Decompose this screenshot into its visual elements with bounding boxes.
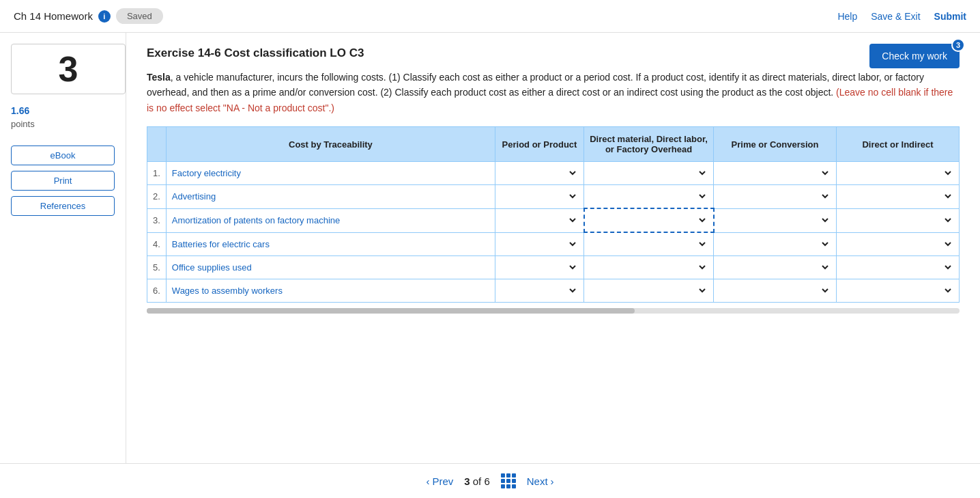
row-1-period-product-select[interactable]: Period Product bbox=[501, 166, 578, 180]
of-text: of bbox=[473, 475, 482, 487]
row-4-dm-dl-fo-select[interactable]: Direct Materials Direct Labor Factory Ov… bbox=[590, 237, 708, 251]
check-my-work-button[interactable]: Check my work 3 bbox=[869, 44, 960, 68]
row-5-name: Office supplies used bbox=[166, 256, 495, 279]
ebook-link[interactable]: eBook bbox=[11, 146, 115, 165]
exercise-title: Exercise 14-6 Cost classification LO C3 bbox=[147, 46, 960, 60]
main-layout: 3 1.66 points eBook Print References Che… bbox=[0, 33, 980, 497]
info-icon[interactable]: i bbox=[98, 10, 111, 23]
col-prime-conversion-header: Prime or Conversion bbox=[714, 127, 837, 162]
table-row: 5. Office supplies used Period Product bbox=[147, 256, 960, 279]
question-number: 3 bbox=[23, 51, 114, 87]
table-header-row: Cost by Traceability Period or Product D… bbox=[147, 127, 960, 162]
table-row: 4. Batteries for electric cars Period Pr… bbox=[147, 232, 960, 256]
row-3-dm-dl-fo-select[interactable]: Direct Materials Direct Labor Factory Ov… bbox=[590, 213, 708, 227]
col-dm-dl-fo-header: Direct material, Direct labor,or Factory… bbox=[584, 127, 714, 162]
row-4-name: Batteries for electric cars bbox=[166, 232, 495, 256]
row-6-num: 6. bbox=[147, 279, 167, 303]
row-5-period-product[interactable]: Period Product bbox=[495, 256, 584, 279]
prev-chevron-icon: ‹ bbox=[426, 475, 429, 487]
check-badge: 3 bbox=[951, 38, 965, 52]
row-3-direct-indirect[interactable]: Direct Indirect NA - Not a product cost bbox=[837, 208, 960, 232]
points-label: points bbox=[11, 119, 126, 129]
points-value: 1.66 bbox=[11, 105, 126, 116]
points-container: 1.66 points bbox=[11, 105, 126, 129]
row-5-direct-indirect-select[interactable]: Direct Indirect NA - Not a product cost bbox=[842, 260, 953, 275]
row-2-prime-conversion-select[interactable]: Prime Conversion Both NA - Not a product… bbox=[719, 189, 831, 204]
row-2-direct-indirect[interactable]: Direct Indirect NA - Not a product cost bbox=[837, 185, 960, 209]
row-3-period-product[interactable]: Period Product bbox=[495, 208, 584, 232]
row-2-num: 2. bbox=[147, 185, 167, 209]
save-exit-link[interactable]: Save & Exit bbox=[871, 11, 920, 22]
horizontal-scrollbar[interactable] bbox=[147, 308, 960, 314]
scrollbar-thumb[interactable] bbox=[147, 308, 635, 314]
page-title: Ch 14 Homework bbox=[14, 10, 93, 22]
row-2-dm-dl-fo-select[interactable]: Direct Materials Direct Labor Factory Ov… bbox=[590, 189, 708, 204]
row-2-direct-indirect-select[interactable]: Direct Indirect NA - Not a product cost bbox=[842, 189, 953, 204]
submit-link[interactable]: Submit bbox=[934, 11, 966, 22]
row-1-name: Factory electricity bbox=[166, 162, 495, 185]
row-6-period-product[interactable]: Period Product bbox=[495, 279, 584, 303]
row-6-prime-conversion[interactable]: Prime Conversion Both NA - Not a product… bbox=[714, 279, 837, 303]
row-1-direct-indirect-select[interactable]: Direct Indirect NA - Not a product cost bbox=[842, 166, 953, 180]
row-4-dm-dl-fo[interactable]: Direct Materials Direct Labor Factory Ov… bbox=[584, 232, 714, 256]
row-3-prime-conversion-select[interactable]: Prime Conversion Both NA - Not a product… bbox=[720, 213, 831, 227]
cost-table: Cost by Traceability Period or Product D… bbox=[147, 126, 960, 303]
row-6-direct-indirect[interactable]: Direct Indirect NA - Not a product cost bbox=[837, 279, 960, 303]
col-num-header bbox=[147, 127, 167, 162]
row-4-period-product-select[interactable]: Period Product bbox=[501, 237, 578, 251]
current-page: 3 bbox=[464, 475, 470, 487]
exercise-desc: Tesla, a vehicle manufacturer, incurs th… bbox=[147, 70, 960, 115]
row-4-direct-indirect[interactable]: Direct Indirect NA - Not a product cost bbox=[837, 232, 960, 256]
print-link[interactable]: Print bbox=[11, 171, 115, 191]
table-row: 3. Amortization of patents on factory ma… bbox=[147, 208, 960, 232]
row-4-prime-conversion[interactable]: Prime Conversion Both NA - Not a product… bbox=[714, 232, 837, 256]
row-1-dm-dl-fo-select[interactable]: Direct Materials Direct Labor Factory Ov… bbox=[590, 166, 708, 180]
page-info: 3 of 6 bbox=[464, 475, 490, 487]
next-button[interactable]: Next › bbox=[527, 475, 554, 487]
row-1-prime-conversion-select[interactable]: Prime Conversion Both NA - Not a product… bbox=[719, 166, 831, 180]
row-6-dm-dl-fo[interactable]: Direct Materials Direct Labor Factory Ov… bbox=[584, 279, 714, 303]
total-pages: 6 bbox=[484, 475, 489, 487]
row-5-dm-dl-fo-select[interactable]: Direct Materials Direct Labor Factory Ov… bbox=[590, 260, 708, 275]
table-row: 1. Factory electricity Period Product bbox=[147, 162, 960, 185]
row-2-dm-dl-fo[interactable]: Direct Materials Direct Labor Factory Ov… bbox=[584, 185, 714, 209]
help-link[interactable]: Help bbox=[837, 11, 857, 22]
prev-button[interactable]: ‹ Prev bbox=[426, 475, 453, 487]
row-6-prime-conversion-select[interactable]: Prime Conversion Both NA - Not a product… bbox=[719, 283, 831, 298]
top-nav: Ch 14 Homework i Saved Help Save & Exit … bbox=[0, 0, 980, 33]
table-scroll-area: Cost by Traceability Period or Product D… bbox=[147, 126, 960, 319]
row-6-name: Wages to assembly workers bbox=[166, 279, 495, 303]
col-period-product-header: Period or Product bbox=[495, 127, 584, 162]
row-5-prime-conversion-select[interactable]: Prime Conversion Both NA - Not a product… bbox=[719, 260, 831, 275]
row-6-dm-dl-fo-select[interactable]: Direct Materials Direct Labor Factory Ov… bbox=[590, 283, 708, 298]
row-1-prime-conversion[interactable]: Prime Conversion Both NA - Not a product… bbox=[714, 162, 837, 185]
row-5-period-product-select[interactable]: Period Product bbox=[501, 260, 578, 275]
references-link[interactable]: References bbox=[11, 196, 115, 216]
row-6-period-product-select[interactable]: Period Product bbox=[501, 283, 578, 298]
row-4-num: 4. bbox=[147, 232, 167, 256]
row-3-dm-dl-fo[interactable]: Direct Materials Direct Labor Factory Ov… bbox=[584, 208, 714, 232]
row-1-num: 1. bbox=[147, 162, 167, 185]
row-3-period-product-select[interactable]: Period Product bbox=[501, 213, 578, 227]
row-5-prime-conversion[interactable]: Prime Conversion Both NA - Not a product… bbox=[714, 256, 837, 279]
row-3-prime-conversion[interactable]: Prime Conversion Both NA - Not a product… bbox=[714, 208, 837, 232]
desc-text: , a vehicle manufacturer, incurs the fol… bbox=[147, 72, 924, 98]
row-2-prime-conversion[interactable]: Prime Conversion Both NA - Not a product… bbox=[714, 185, 837, 209]
grid-view-icon[interactable] bbox=[501, 473, 516, 488]
bottom-nav: ‹ Prev 3 of 6 Next › bbox=[0, 463, 980, 497]
row-4-direct-indirect-select[interactable]: Direct Indirect NA - Not a product cost bbox=[842, 237, 953, 251]
row-4-prime-conversion-select[interactable]: Prime Conversion Both NA - Not a product… bbox=[719, 237, 831, 251]
table-row: 2. Advertising Period Product bbox=[147, 185, 960, 209]
row-5-dm-dl-fo[interactable]: Direct Materials Direct Labor Factory Ov… bbox=[584, 256, 714, 279]
col-traceability-header: Cost by Traceability bbox=[166, 127, 495, 162]
row-2-period-product[interactable]: Period Product bbox=[495, 185, 584, 209]
company-name: Tesla bbox=[147, 72, 171, 83]
row-5-direct-indirect[interactable]: Direct Indirect NA - Not a product cost bbox=[837, 256, 960, 279]
row-4-period-product[interactable]: Period Product bbox=[495, 232, 584, 256]
row-1-period-product[interactable]: Period Product bbox=[495, 162, 584, 185]
row-6-direct-indirect-select[interactable]: Direct Indirect NA - Not a product cost bbox=[842, 283, 953, 298]
row-3-direct-indirect-select[interactable]: Direct Indirect NA - Not a product cost bbox=[842, 213, 953, 227]
row-1-direct-indirect[interactable]: Direct Indirect NA - Not a product cost bbox=[837, 162, 960, 185]
row-1-dm-dl-fo[interactable]: Direct Materials Direct Labor Factory Ov… bbox=[584, 162, 714, 185]
row-2-period-product-select[interactable]: Period Product bbox=[501, 189, 578, 204]
